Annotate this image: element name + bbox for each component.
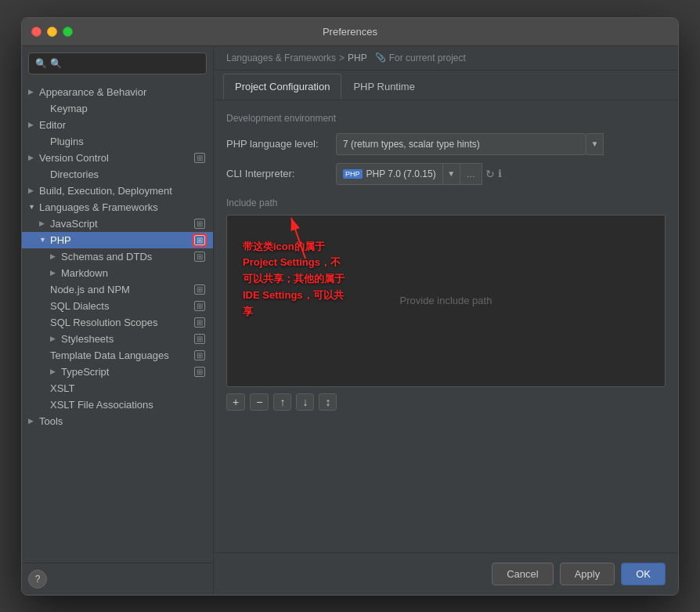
sidebar-item-label: PHP bbox=[50, 234, 191, 246]
sidebar-item-markdown[interactable]: ▶ Markdown bbox=[22, 265, 213, 281]
php-level-select-wrapper: 7 (return types, scalar type hints) ▼ bbox=[336, 133, 666, 155]
breadcrumb-project-label: For current project bbox=[389, 53, 466, 63]
search-box[interactable]: 🔍 bbox=[28, 53, 207, 74]
sidebar-item-keymap[interactable]: Keymap bbox=[22, 100, 213, 117]
tab-project-config[interactable]: Project Configuration bbox=[223, 74, 341, 100]
project-settings-icon: ⊞ bbox=[194, 154, 207, 162]
expand-arrow: ▶ bbox=[39, 219, 50, 227]
sidebar-item-xslt-file[interactable]: XSLT File Associations bbox=[22, 397, 213, 413]
include-path-toolbar: + − ↑ ↓ ↕ bbox=[226, 393, 666, 411]
sidebar: 🔍 ▶ Appearance & Behavior Keymap ▶ Edito… bbox=[22, 46, 214, 595]
sidebar-item-plugins[interactable]: Plugins bbox=[22, 133, 213, 150]
sidebar-item-label: SQL Dialects bbox=[50, 300, 191, 312]
sidebar-item-editor[interactable]: ▶ Editor bbox=[22, 117, 213, 133]
main-layout: 🔍 ▶ Appearance & Behavior Keymap ▶ Edito… bbox=[22, 46, 678, 595]
expand-arrow: ▶ bbox=[50, 335, 61, 342]
sidebar-item-label: Appearance & Behavior bbox=[39, 86, 207, 98]
minimize-button[interactable] bbox=[47, 27, 57, 37]
svg-line-1 bbox=[291, 218, 305, 259]
sidebar-item-php[interactable]: ▼ PHP ⊞ bbox=[22, 232, 213, 248]
tab-bar: Project Configuration PHP Runtime bbox=[214, 71, 678, 100]
breadcrumb-php: PHP bbox=[348, 53, 367, 63]
move-down-button[interactable]: ↓ bbox=[296, 393, 314, 411]
info-icon[interactable]: ℹ bbox=[498, 168, 502, 180]
project-settings-icon: ⊞ bbox=[194, 335, 207, 343]
php-level-label: PHP language level: bbox=[226, 138, 336, 150]
move-up-button[interactable]: ↑ bbox=[273, 393, 291, 411]
sidebar-tree: ▶ Appearance & Behavior Keymap ▶ Editor … bbox=[22, 81, 213, 563]
sidebar-item-schemas[interactable]: ▶ Schemas and DTDs ⊞ bbox=[22, 248, 213, 265]
sidebar-bottom: ? bbox=[22, 563, 213, 595]
close-button[interactable] bbox=[31, 27, 41, 37]
sidebar-item-version-control[interactable]: ▶ Version Control ⊞ bbox=[22, 150, 213, 166]
expand-arrow: ▼ bbox=[39, 236, 50, 244]
sidebar-item-label: Tools bbox=[39, 415, 207, 427]
sidebar-item-label: Template Data Languages bbox=[50, 349, 191, 361]
sidebar-item-appearance[interactable]: ▶ Appearance & Behavior bbox=[22, 84, 213, 100]
search-icon: 🔍 bbox=[35, 58, 47, 69]
include-path-label: Include path bbox=[226, 197, 666, 208]
tab-php-runtime[interactable]: PHP Runtime bbox=[341, 74, 427, 100]
cli-dropdown-btn[interactable]: ▼ bbox=[443, 163, 460, 185]
sidebar-item-directories[interactable]: Directories bbox=[22, 166, 213, 183]
project-settings-icon: ⊞ bbox=[194, 351, 207, 360]
sidebar-item-label: Directories bbox=[50, 168, 207, 180]
sidebar-item-label: Stylesheets bbox=[61, 333, 191, 345]
project-settings-icon: ⊞ bbox=[194, 318, 207, 327]
sidebar-item-label: TypeScript bbox=[61, 366, 191, 378]
sidebar-item-stylesheets[interactable]: ▶ Stylesheets ⊞ bbox=[22, 331, 213, 347]
remove-path-button[interactable]: − bbox=[250, 393, 269, 411]
search-input[interactable] bbox=[50, 58, 200, 69]
php-level-row: PHP language level: 7 (return types, sca… bbox=[226, 133, 666, 155]
php-level-dropdown-btn[interactable]: ▼ bbox=[586, 133, 604, 155]
sidebar-item-nodejs[interactable]: Node.js and NPM ⊞ bbox=[22, 281, 213, 298]
refresh-icon[interactable]: ↻ bbox=[485, 168, 495, 180]
project-settings-icon: ⊞ bbox=[194, 236, 207, 244]
expand-arrow: ▶ bbox=[50, 252, 61, 260]
sidebar-item-label: Markdown bbox=[61, 267, 207, 279]
project-settings-icon: ⊞ bbox=[194, 302, 207, 310]
ok-button[interactable]: OK bbox=[621, 563, 666, 585]
sidebar-item-typescript[interactable]: ▶ TypeScript ⊞ bbox=[22, 364, 213, 380]
sidebar-item-xslt[interactable]: XSLT bbox=[22, 380, 213, 397]
cli-action-btns: ↻ ℹ bbox=[485, 168, 502, 180]
sidebar-item-build[interactable]: ▶ Build, Execution, Deployment bbox=[22, 183, 213, 199]
php-badge: PHP bbox=[343, 169, 363, 179]
expand-arrow: ▶ bbox=[28, 186, 39, 194]
maximize-button[interactable] bbox=[63, 27, 73, 37]
php-level-value: 7 (return types, scalar type hints) bbox=[343, 139, 480, 150]
help-button[interactable]: ? bbox=[28, 570, 47, 588]
sidebar-item-sql-dialects[interactable]: SQL Dialects ⊞ bbox=[22, 298, 213, 314]
sort-button[interactable]: ↕ bbox=[319, 393, 337, 411]
sidebar-item-javascript[interactable]: ▶ JavaScript ⊞ bbox=[22, 215, 213, 232]
footer: Cancel Apply OK bbox=[214, 552, 678, 595]
panel-content: Development environment PHP language lev… bbox=[214, 100, 678, 552]
sidebar-item-sql-resolution[interactable]: SQL Resolution Scopes ⊞ bbox=[22, 314, 213, 331]
sidebar-item-label: Version Control bbox=[39, 152, 191, 164]
sidebar-item-label: XSLT bbox=[50, 382, 207, 394]
cli-interpreter-select[interactable]: PHP PHP 7.0 (7.0.15) bbox=[336, 163, 443, 185]
apply-button[interactable]: Apply bbox=[560, 563, 615, 585]
sidebar-item-label: Schemas and DTDs bbox=[61, 251, 191, 263]
sidebar-item-languages[interactable]: ▼ Languages & Frameworks bbox=[22, 199, 213, 215]
sidebar-item-label: XSLT File Associations bbox=[50, 399, 207, 411]
breadcrumb-separator: > bbox=[339, 53, 345, 63]
sidebar-item-label: Keymap bbox=[50, 103, 207, 114]
sidebar-item-label: Languages & Frameworks bbox=[39, 201, 207, 213]
project-settings-icon: ⊞ bbox=[194, 219, 207, 228]
php-level-select[interactable]: 7 (return types, scalar type hints) bbox=[336, 133, 586, 155]
cancel-button[interactable]: Cancel bbox=[492, 563, 553, 585]
expand-arrow: ▶ bbox=[28, 121, 39, 129]
sidebar-item-label: Editor bbox=[39, 119, 207, 131]
sidebar-item-template-data[interactable]: Template Data Languages ⊞ bbox=[22, 347, 213, 364]
titlebar: Preferences bbox=[22, 18, 678, 46]
expand-arrow: ▼ bbox=[28, 203, 39, 211]
project-settings-icon: ⊞ bbox=[194, 285, 207, 294]
cli-more-btn[interactable]: … bbox=[460, 163, 482, 185]
sidebar-item-label: Build, Execution, Deployment bbox=[39, 185, 207, 197]
sidebar-item-label: SQL Resolution Scopes bbox=[50, 317, 191, 328]
sidebar-item-label: Node.js and NPM bbox=[50, 284, 191, 295]
sidebar-item-tools[interactable]: ▶ Tools bbox=[22, 413, 213, 429]
add-path-button[interactable]: + bbox=[226, 393, 245, 411]
preferences-window: Preferences 🔍 ▶ Appearance & Behavior Ke… bbox=[21, 17, 679, 596]
